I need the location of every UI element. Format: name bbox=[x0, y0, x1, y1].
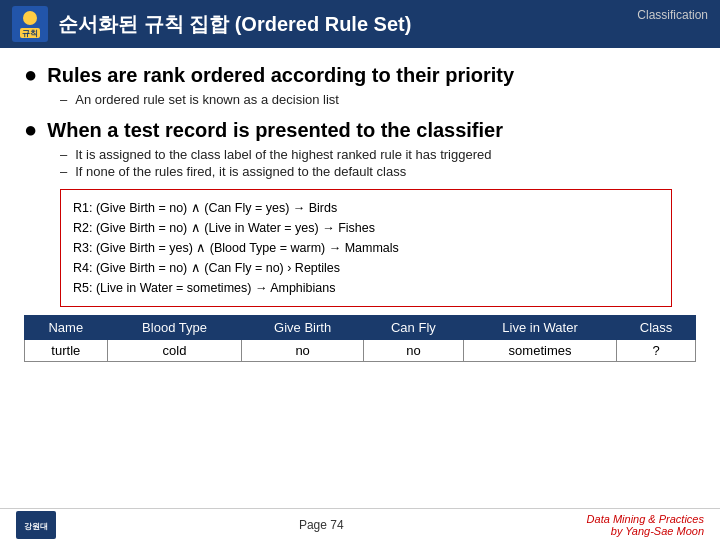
rule-row-3: R4: (Give Birth = no) ∧ (Can Fly = no) ›… bbox=[73, 258, 659, 278]
cell-can-fly: no bbox=[363, 340, 463, 362]
dash-icon: – bbox=[60, 92, 67, 107]
col-blood-type: Blood Type bbox=[107, 316, 242, 340]
bullet-dot-2: ● bbox=[24, 117, 37, 143]
credit-line1: Data Mining & Practices bbox=[587, 513, 704, 525]
bullet-sub-2-1: – If none of the rules fired, it is assi… bbox=[60, 164, 696, 179]
header-icon: 규칙 bbox=[12, 6, 48, 42]
bullet-main-1: ● Rules are rank ordered according to th… bbox=[24, 62, 696, 88]
classification-table: Name Blood Type Give Birth Can Fly Live … bbox=[24, 315, 696, 362]
bullet-section-1: ● Rules are rank ordered according to th… bbox=[24, 62, 696, 107]
cell-class: ? bbox=[617, 340, 696, 362]
bullet-sub-2-0: – It is assigned to the class label of t… bbox=[60, 147, 696, 162]
main-content: ● Rules are rank ordered according to th… bbox=[0, 48, 720, 370]
footer-credit: Data Mining & Practices by Yang-Sae Moon bbox=[587, 513, 704, 537]
table-row: turtle cold no no sometimes ? bbox=[25, 340, 696, 362]
rules-box: R1: (Give Birth = no) ∧ (Can Fly = yes) … bbox=[60, 189, 672, 307]
svg-point-1 bbox=[23, 11, 37, 25]
bullet-sub-text-2-1: If none of the rules fired, it is assign… bbox=[75, 164, 406, 179]
credit-line2: by Yang-Sae Moon bbox=[587, 525, 704, 537]
bullet-sub-1-0: – An ordered rule set is known as a deci… bbox=[60, 92, 696, 107]
bullet-text-1: Rules are rank ordered according to thei… bbox=[47, 64, 514, 87]
cell-name: turtle bbox=[25, 340, 108, 362]
university-logo: 강원대 bbox=[16, 511, 56, 539]
rule-row-0: R1: (Give Birth = no) ∧ (Can Fly = yes) … bbox=[73, 198, 659, 218]
rule-row-1: R2: (Give Birth = no) ∧ (Live in Water =… bbox=[73, 218, 659, 238]
classification-tag: Classification bbox=[637, 8, 708, 22]
bullet-text-2: When a test record is presented to the c… bbox=[47, 119, 503, 142]
header: 규칙 순서화된 규칙 집합 (Ordered Rule Set) Classif… bbox=[0, 0, 720, 48]
svg-text:강원대: 강원대 bbox=[24, 522, 48, 531]
data-table: Name Blood Type Give Birth Can Fly Live … bbox=[24, 315, 696, 362]
col-name: Name bbox=[25, 316, 108, 340]
cell-blood-type: cold bbox=[107, 340, 242, 362]
rule-row-2: R3: (Give Birth = yes) ∧ (Blood Type = w… bbox=[73, 238, 659, 258]
bullet-dot-1: ● bbox=[24, 62, 37, 88]
svg-text:규칙: 규칙 bbox=[22, 29, 38, 38]
footer: 강원대 Page 74 Data Mining & Practices by Y… bbox=[0, 508, 720, 540]
dash-icon-3: – bbox=[60, 164, 67, 179]
rule-row-4: R5: (Live in Water = sometimes) → Amphib… bbox=[73, 278, 659, 298]
col-class: Class bbox=[617, 316, 696, 340]
bullet-section-2: ● When a test record is presented to the… bbox=[24, 117, 696, 179]
page-number: Page 74 bbox=[56, 518, 587, 532]
bullet-main-2: ● When a test record is presented to the… bbox=[24, 117, 696, 143]
col-live-in-water: Live in Water bbox=[463, 316, 616, 340]
cell-live-in-water: sometimes bbox=[463, 340, 616, 362]
dash-icon-2: – bbox=[60, 147, 67, 162]
cell-give-birth: no bbox=[242, 340, 363, 362]
bullet-sub-text-1-0: An ordered rule set is known as a decisi… bbox=[75, 92, 339, 107]
header-title: 순서화된 규칙 집합 (Ordered Rule Set) bbox=[58, 11, 637, 38]
col-give-birth: Give Birth bbox=[242, 316, 363, 340]
col-can-fly: Can Fly bbox=[363, 316, 463, 340]
header-row: Name Blood Type Give Birth Can Fly Live … bbox=[25, 316, 696, 340]
table-body: turtle cold no no sometimes ? bbox=[25, 340, 696, 362]
table-header: Name Blood Type Give Birth Can Fly Live … bbox=[25, 316, 696, 340]
bullet-sub-text-2-0: It is assigned to the class label of the… bbox=[75, 147, 491, 162]
